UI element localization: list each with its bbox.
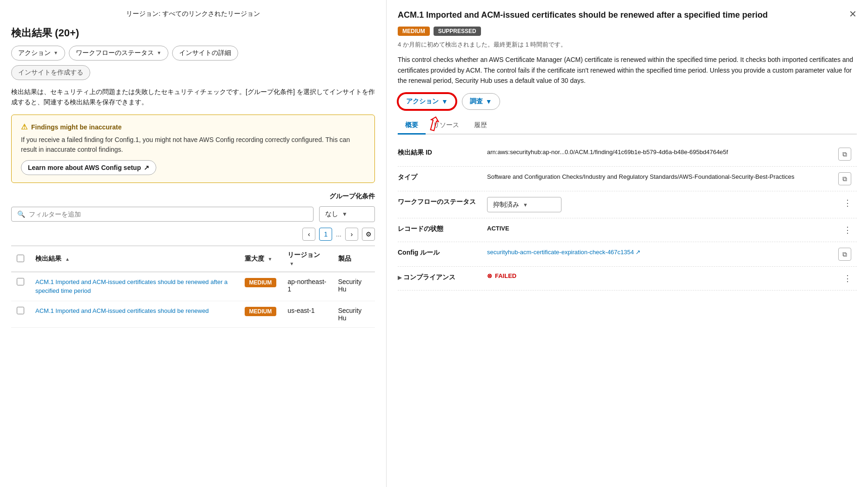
warning-icon: ⚠ bbox=[21, 122, 27, 131]
create-insight-label: インサイトを作成する bbox=[18, 68, 83, 76]
compliance-value: ⊗ FAILED bbox=[487, 272, 833, 279]
action-button[interactable]: アクション ▼ bbox=[11, 46, 65, 61]
create-insight-button[interactable]: インサイトを作成する bbox=[11, 65, 90, 80]
finding-title-1: ACM.1 Imported and ACM-issued certificat… bbox=[35, 278, 227, 294]
tab-history[interactable]: 履歴 bbox=[467, 117, 494, 135]
filter-row: 🔍 なし ▼ bbox=[11, 206, 375, 222]
finding-id-row: 検出結果 ID arn:aws:securityhub:ap-nor...0.0… bbox=[398, 142, 857, 167]
workflow-select-row: 抑制済み ▼ bbox=[487, 197, 833, 212]
record-label: レコードの状態 bbox=[398, 224, 481, 233]
col-findings-sort-icon: ▲ bbox=[65, 257, 70, 262]
workflow-dots-button[interactable]: ⋮ bbox=[838, 197, 857, 209]
group-select-chevron-icon: ▼ bbox=[342, 211, 347, 217]
col-findings-label: 検出結果 bbox=[35, 255, 61, 262]
gear-icon: ⚙ bbox=[366, 230, 372, 238]
compliance-row: ▶ コンプライアンス ⊗ FAILED ⋮ bbox=[398, 267, 857, 291]
group-label: グループ化条件 bbox=[329, 192, 375, 201]
compliance-failed-icon: ⊗ bbox=[487, 272, 492, 279]
type-value: Software and Configuration Checks/Indust… bbox=[487, 172, 833, 182]
severity-badge-panel: MEDIUM bbox=[398, 27, 430, 36]
close-icon: ✕ bbox=[849, 9, 857, 19]
copy-finding-id-button[interactable]: ⧉ bbox=[838, 148, 851, 161]
group-select[interactable]: なし ▼ bbox=[319, 206, 375, 222]
finding-link-1[interactable]: ACM.1 Imported and ACM-issued certificat… bbox=[35, 278, 234, 295]
page-ellipsis: ... bbox=[336, 230, 341, 238]
table-row: ACM.1 Imported and ACM-issued certificat… bbox=[11, 272, 375, 301]
select-all-header bbox=[11, 246, 30, 272]
severity-badge-2: MEDIUM bbox=[245, 307, 277, 316]
workflow-select[interactable]: 抑制済み ▼ bbox=[487, 197, 561, 212]
col-product-label: 製品 bbox=[338, 255, 351, 262]
panel-description: This control checks whether an AWS Certi… bbox=[398, 54, 857, 86]
filter-input-wrap: 🔍 bbox=[11, 207, 314, 222]
region-cell-1: ap-northeast-1 bbox=[282, 272, 333, 301]
compliance-label-text: コンプライアンス bbox=[403, 273, 455, 281]
finding-id-label: 検出結果 ID bbox=[398, 148, 481, 157]
config-external-icon: ↗ bbox=[635, 249, 641, 256]
findings-title: 検出結果 (20+) bbox=[11, 26, 375, 40]
col-product: 製品 bbox=[333, 246, 375, 272]
config-label: Config ルール bbox=[398, 248, 481, 257]
region-text: リージョン: すべてのリンクされたリージョン bbox=[11, 9, 375, 19]
table-row: ACM.1 Imported and ACM-issued certificat… bbox=[11, 301, 375, 327]
panel-header: ACM.1 Imported and ACM-issued certificat… bbox=[398, 9, 857, 21]
panel-investigate-button[interactable]: 調査 ▼ bbox=[462, 93, 500, 110]
insight-detail-button[interactable]: インサイトの詳細 bbox=[172, 46, 238, 61]
workflow-chevron-icon: ▼ bbox=[157, 50, 161, 55]
workflow-select-chevron-icon: ▼ bbox=[523, 201, 528, 209]
badge-row: MEDIUM SUPPRESSED bbox=[398, 27, 857, 36]
aws-config-link[interactable]: Learn more about AWS Config setup ↗ bbox=[21, 160, 156, 175]
compliance-dots-button[interactable]: ⋮ bbox=[838, 272, 857, 284]
copy-config-button[interactable]: ⧉ bbox=[838, 248, 851, 261]
pagination-settings-button[interactable]: ⚙ bbox=[362, 228, 375, 241]
finding-title-2: ACM.1 Imported and ACM-issued certificat… bbox=[35, 307, 209, 314]
findings-description: 検出結果は、セキュリティ上の問題または失敗したセキュリティチェックです。[グルー… bbox=[11, 87, 375, 108]
panel-investigate-label: 調査 bbox=[470, 97, 483, 106]
panel-meta: 4 か月前に初めて検出されました。最終更新は 1 時間前です。 bbox=[398, 41, 857, 49]
record-row: レコードの状態 ACTIVE ⋮ bbox=[398, 218, 857, 242]
region-cell-2: us-east-1 bbox=[282, 301, 333, 327]
col-severity-label: 重大度 bbox=[245, 255, 264, 262]
close-panel-button[interactable]: ✕ bbox=[849, 9, 857, 19]
panel-title: ACM.1 Imported and ACM-issued certificat… bbox=[398, 9, 849, 21]
type-label: タイプ bbox=[398, 172, 481, 182]
col-region: リージョン ▼ bbox=[282, 246, 333, 272]
compliance-expand-icon: ▶ bbox=[398, 275, 401, 280]
config-value: securityhub-acm-certificate-expiration-c… bbox=[487, 248, 833, 257]
record-dots-button[interactable]: ⋮ bbox=[838, 224, 857, 236]
config-link[interactable]: securityhub-acm-certificate-expiration-c… bbox=[487, 249, 641, 256]
row-checkbox-1[interactable] bbox=[17, 278, 24, 285]
group-select-value: なし bbox=[325, 210, 338, 218]
filter-group-header: グループ化条件 bbox=[11, 192, 375, 201]
prev-page-button[interactable]: ‹ bbox=[302, 228, 315, 241]
config-row: Config ルール securityhub-acm-certificate-e… bbox=[398, 242, 857, 267]
record-value: ACTIVE bbox=[487, 224, 833, 233]
warning-header: ⚠ Findings might be inaccurate bbox=[21, 122, 365, 131]
row-checkbox-2[interactable] bbox=[17, 307, 24, 314]
pagination: ‹ 1 ... › ⚙ bbox=[11, 228, 375, 241]
panel-action-label: アクション bbox=[406, 97, 439, 106]
compliance-dots-icon: ⋮ bbox=[843, 274, 852, 283]
panel-action-button[interactable]: アクション ▼ bbox=[398, 93, 456, 110]
workflow-select-value: 抑制済み bbox=[493, 200, 519, 210]
copy-icon-1: ⧉ bbox=[842, 150, 847, 158]
product-cell-2: Security Hu bbox=[333, 301, 375, 327]
tab-history-label: 履歴 bbox=[474, 121, 487, 129]
col-findings: 検出結果 ▲ bbox=[30, 246, 239, 272]
tab-summary[interactable]: 概要 bbox=[398, 117, 426, 135]
copy-type-button[interactable]: ⧉ bbox=[838, 172, 851, 185]
copy-icon-3: ⧉ bbox=[842, 250, 847, 258]
filter-input[interactable] bbox=[29, 210, 307, 218]
panel-investigate-chevron-icon: ▼ bbox=[486, 98, 492, 105]
finding-id-value: arn:aws:securityhub:ap-nor...0.0/ACM.1/f… bbox=[487, 148, 833, 157]
col-severity-sort-icon: ▼ bbox=[267, 257, 272, 262]
tab-summary-label: 概要 bbox=[405, 121, 418, 129]
workflow-status-label: ワークフローのステータス bbox=[398, 197, 481, 206]
findings-table: 検出結果 ▲ 重大度 ▼ リージョン ▼ 製品 bbox=[11, 245, 375, 327]
workflow-status-button[interactable]: ワークフローのステータス ▼ bbox=[69, 46, 168, 61]
select-all-checkbox[interactable] bbox=[17, 255, 24, 262]
next-page-button[interactable]: › bbox=[345, 228, 358, 241]
finding-link-2[interactable]: ACM.1 Imported and ACM-issued certificat… bbox=[35, 307, 234, 315]
workflow-row: ワークフローのステータス 抑制済み ▼ ⋮ bbox=[398, 191, 857, 218]
workflow-label: ワークフローのステータス bbox=[76, 49, 154, 57]
